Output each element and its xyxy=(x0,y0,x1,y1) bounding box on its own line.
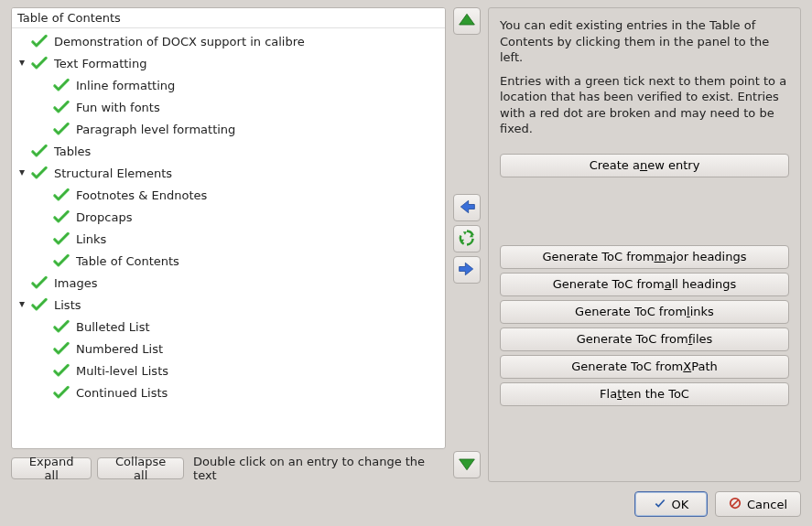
generate-links-button[interactable]: Generate ToC from links xyxy=(500,300,789,324)
toc-tree-row[interactable]: Tables xyxy=(12,140,445,162)
check-icon xyxy=(52,385,70,400)
toc-tree-row[interactable]: Inline formatting xyxy=(12,74,445,96)
check-icon xyxy=(654,497,666,512)
check-icon xyxy=(30,144,49,158)
toc-tree-label: Bulleted List xyxy=(74,320,150,334)
check-icon xyxy=(52,319,70,334)
check-icon xyxy=(30,275,49,290)
check-icon xyxy=(52,209,70,224)
create-entry-button[interactable]: Create a new entry xyxy=(500,154,789,177)
toc-tree-row[interactable]: Images xyxy=(12,272,445,294)
right-panel: You can edit existing entries in the Tab… xyxy=(488,7,801,482)
toc-tree-row[interactable]: Numbered List xyxy=(12,338,445,360)
check-icon xyxy=(52,188,70,202)
toc-tree-label: Links xyxy=(74,232,106,246)
toc-tree-row[interactable]: Text Formatting xyxy=(12,52,445,74)
recycle-icon xyxy=(458,229,476,250)
toc-tree-row[interactable]: Lists xyxy=(12,294,445,316)
svg-marker-2 xyxy=(19,302,25,307)
check-icon xyxy=(52,363,70,378)
move-down-button[interactable] xyxy=(453,451,481,478)
generate-all-headings-button[interactable]: Generate ToC from all headings xyxy=(500,273,789,296)
toc-tree-label: Lists xyxy=(52,298,81,312)
cancel-button-label: Cancel xyxy=(747,498,787,511)
toc-tree-label: Dropcaps xyxy=(74,210,132,224)
arrow-down-icon xyxy=(458,455,476,476)
svg-marker-6 xyxy=(460,459,475,470)
check-icon xyxy=(52,78,70,92)
arrow-left-icon xyxy=(458,198,476,219)
expand-all-button[interactable]: Expand all xyxy=(11,457,92,479)
toc-tree-row[interactable]: Structural Elements xyxy=(12,162,445,184)
check-icon xyxy=(52,100,70,114)
collapse-all-button[interactable]: Collapse all xyxy=(97,457,184,479)
arrow-up-icon xyxy=(458,11,476,32)
svg-marker-4 xyxy=(460,200,474,212)
toc-tree-row[interactable]: Multi-level Lists xyxy=(12,360,445,381)
check-icon xyxy=(30,297,49,312)
toc-tree-label: Table of Contents xyxy=(74,254,179,268)
ok-button[interactable]: OK xyxy=(634,491,708,517)
toc-tree-row[interactable]: Demonstration of DOCX support in calibre xyxy=(12,30,445,52)
svg-line-8 xyxy=(731,499,738,506)
generate-files-button[interactable]: Generate ToC from files xyxy=(500,327,789,351)
toc-tree-label: Paragraph level formatting xyxy=(74,123,235,136)
expander-icon[interactable] xyxy=(16,298,28,311)
help-text-p2: Entries with a green tick next to them p… xyxy=(500,73,789,137)
expander-icon[interactable] xyxy=(16,166,28,179)
arrow-right-icon xyxy=(458,260,476,281)
toc-tree-label: Structural Elements xyxy=(52,166,172,180)
refresh-button[interactable] xyxy=(453,225,481,252)
toc-tree-label: Demonstration of DOCX support in calibre xyxy=(52,35,305,48)
toc-tree-row[interactable]: Dropcaps xyxy=(12,206,445,228)
cancel-icon xyxy=(729,497,742,512)
toc-tree-row[interactable]: Paragraph level formatting xyxy=(12,118,445,140)
toc-tree-row[interactable]: Table of Contents xyxy=(12,250,445,272)
toc-tree-label: Tables xyxy=(52,145,91,158)
toc-tree-label: Images xyxy=(52,276,98,290)
indent-button[interactable] xyxy=(453,256,481,284)
generate-major-headings-button[interactable]: Generate ToC from major headings xyxy=(500,245,789,269)
toc-tree-label: Multi-level Lists xyxy=(74,364,168,378)
toc-tree-header: Table of Contents xyxy=(12,8,445,28)
check-icon xyxy=(30,34,49,48)
check-icon xyxy=(30,56,49,70)
toc-tree-label: Fun with fonts xyxy=(74,101,160,114)
check-icon xyxy=(52,341,70,356)
svg-marker-0 xyxy=(19,60,25,66)
toc-tree-label: Inline formatting xyxy=(74,79,175,92)
svg-marker-5 xyxy=(460,263,473,274)
toc-tree-label: Footnotes & Endnotes xyxy=(74,188,207,202)
check-icon xyxy=(52,122,70,136)
expander-icon[interactable] xyxy=(16,57,28,70)
check-icon xyxy=(52,231,70,246)
svg-marker-3 xyxy=(460,14,475,25)
help-text: You can edit existing entries in the Tab… xyxy=(500,17,789,145)
toc-tree-label: Numbered List xyxy=(74,342,163,356)
toc-tree-label: Continued Lists xyxy=(74,386,168,400)
toc-tree-row[interactable]: Fun with fonts xyxy=(12,96,445,118)
svg-marker-1 xyxy=(19,170,25,176)
toc-tree-row[interactable]: Continued Lists xyxy=(12,381,445,403)
toc-tree-frame: Table of Contents Demonstration of DOCX … xyxy=(11,7,446,449)
move-up-button[interactable] xyxy=(453,7,481,35)
toc-tree-row[interactable]: Footnotes & Endnotes xyxy=(12,184,445,206)
toc-tree-row[interactable]: Links xyxy=(12,228,445,250)
flatten-toc-button[interactable]: Flatten the ToC xyxy=(500,382,789,406)
unindent-button[interactable] xyxy=(453,194,481,221)
check-icon xyxy=(30,166,49,180)
check-icon xyxy=(52,253,70,268)
toc-tree-label: Text Formatting xyxy=(52,57,146,70)
toc-tree-row[interactable]: Bulleted List xyxy=(12,316,445,338)
ok-button-label: OK xyxy=(672,498,689,511)
help-text-p1: You can edit existing entries in the Tab… xyxy=(500,17,789,66)
edit-hint-label: Double click on an entry to change the t… xyxy=(193,455,446,482)
generate-xpath-button[interactable]: Generate ToC from XPath xyxy=(500,355,789,379)
cancel-button[interactable]: Cancel xyxy=(715,491,801,517)
toc-tree[interactable]: Demonstration of DOCX support in calibre… xyxy=(12,28,445,448)
